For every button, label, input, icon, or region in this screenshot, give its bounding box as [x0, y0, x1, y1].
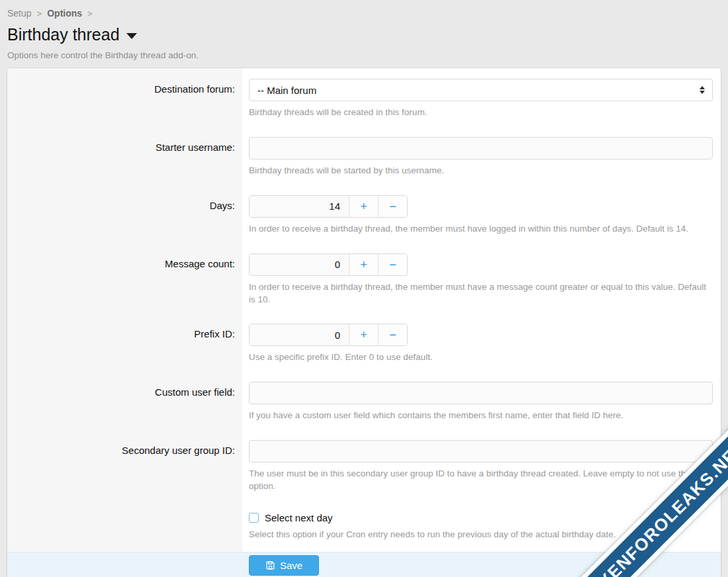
form-row-prefix-id: Prefix ID: + − Use a specific prefix ID.… [7, 313, 721, 371]
field-label: Custom user field: [7, 371, 242, 429]
checkbox-label[interactable]: Select next day [265, 512, 333, 523]
field-hint: Birthday threads will be started by this… [249, 165, 713, 177]
form-row-destination-forum: Destination forum: -- Main forum Birthda… [7, 68, 721, 126]
destination-forum-select[interactable]: -- Main forum [249, 79, 713, 101]
message-count-input[interactable] [250, 254, 349, 275]
form-row-message-count: Message count: + − In order to receive a… [7, 243, 721, 314]
decrement-button[interactable]: − [378, 196, 407, 217]
field-label: Message count: [7, 243, 242, 314]
breadcrumb-item-options[interactable]: Options [47, 8, 82, 19]
prefix-id-input[interactable] [250, 324, 349, 345]
save-button-label: Save [280, 560, 302, 571]
breadcrumb-item-setup[interactable]: Setup [7, 8, 32, 19]
increment-button[interactable]: + [349, 324, 378, 345]
message-count-spinner: + − [249, 253, 408, 276]
prefix-id-spinner: + − [249, 324, 408, 346]
form-row-custom-user-field: Custom user field: If you have a custom … [7, 371, 721, 429]
decrement-button[interactable]: − [378, 254, 407, 275]
field-hint: The user must be in this secondary user … [249, 468, 713, 493]
field-label: Prefix ID: [7, 313, 242, 371]
form-row-select-next-day: Select next day Select this option if yo… [7, 500, 721, 552]
save-icon [265, 560, 275, 570]
field-hint: Use a specific prefix ID. Enter 0 to use… [249, 351, 713, 364]
form-row-starter-username: Starter username: Birthday threads will … [7, 126, 721, 185]
select-updown-icon [700, 86, 705, 94]
field-label: Destination forum: [7, 68, 242, 126]
page-description: Options here control the Birthday thread… [7, 50, 721, 67]
title-dropdown-icon[interactable] [126, 33, 137, 39]
save-button[interactable]: Save [249, 555, 319, 576]
increment-button[interactable]: + [349, 196, 378, 217]
decrement-button[interactable]: − [378, 324, 407, 345]
chevron-right-icon: > [37, 9, 42, 19]
page-title: Birthday thread [7, 25, 721, 44]
page-title-text: Birthday thread [7, 25, 120, 44]
increment-button[interactable]: + [349, 254, 378, 275]
field-label: Days: [7, 185, 242, 243]
days-input[interactable] [250, 196, 349, 217]
starter-username-input[interactable] [249, 137, 713, 159]
field-label: Secondary user group ID: [7, 429, 242, 500]
custom-user-field-input[interactable] [249, 382, 713, 404]
field-hint: In order to receive a birthday thread, t… [249, 223, 713, 236]
chevron-right-icon: > [87, 9, 93, 19]
field-label: Starter username: [7, 126, 242, 185]
select-next-day-checkbox[interactable] [249, 513, 259, 523]
secondary-user-group-input[interactable] [249, 440, 713, 463]
form-row-secondary-user-group: Secondary user group ID: The user must b… [7, 429, 721, 500]
field-hint: Birthday threads will be created in this… [249, 107, 713, 119]
days-spinner: + − [249, 195, 408, 218]
page-header: Setup > Options > Birthday thread Option… [0, 0, 728, 67]
breadcrumb: Setup > Options > [7, 8, 721, 19]
select-value: -- Main forum [257, 85, 316, 96]
panel-footer: Save [7, 552, 721, 577]
field-hint: If you have a custom user field which co… [249, 410, 713, 422]
form-row-days: Days: + − In order to receive a birthday… [7, 185, 721, 243]
field-hint: Select this option if your Cron entry ne… [249, 529, 713, 541]
field-hint: In order to receive a birthday thread, t… [249, 281, 713, 306]
options-panel: Destination forum: -- Main forum Birthda… [7, 67, 721, 577]
